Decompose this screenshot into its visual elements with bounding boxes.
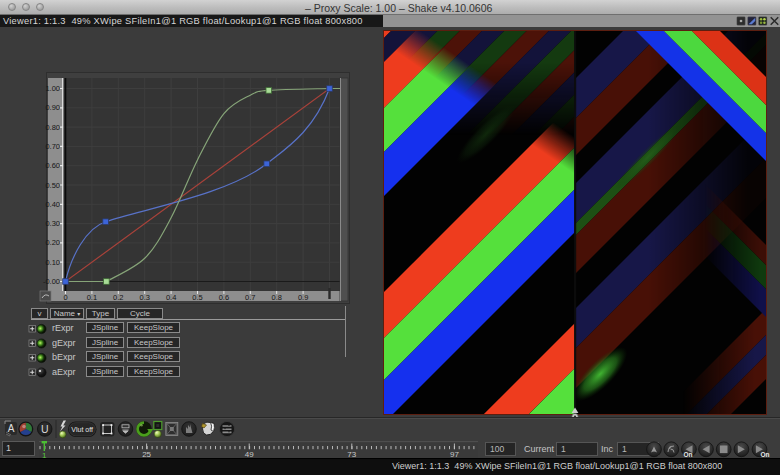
svg-text:0.30: 0.30	[45, 219, 60, 228]
svg-text:Vlut off: Vlut off	[71, 426, 93, 433]
svg-text:0.20: 0.20	[45, 238, 60, 247]
svg-text:0.50: 0.50	[45, 181, 60, 190]
svg-text:0.80: 0.80	[45, 123, 60, 132]
svg-text:0.70: 0.70	[45, 142, 60, 151]
svg-text:0.60: 0.60	[45, 161, 60, 170]
svg-text:0.10: 0.10	[45, 258, 60, 267]
svg-text:1.00: 1.00	[45, 84, 60, 93]
svg-text:0.40: 0.40	[45, 200, 60, 209]
svg-text:On: On	[683, 451, 692, 458]
svg-text:U: U	[41, 423, 49, 435]
svg-text:-0.00: -0.00	[43, 277, 60, 286]
svg-text:A: A	[8, 423, 15, 434]
svg-text:0.90: 0.90	[45, 103, 60, 112]
svg-text:On: On	[760, 451, 769, 458]
